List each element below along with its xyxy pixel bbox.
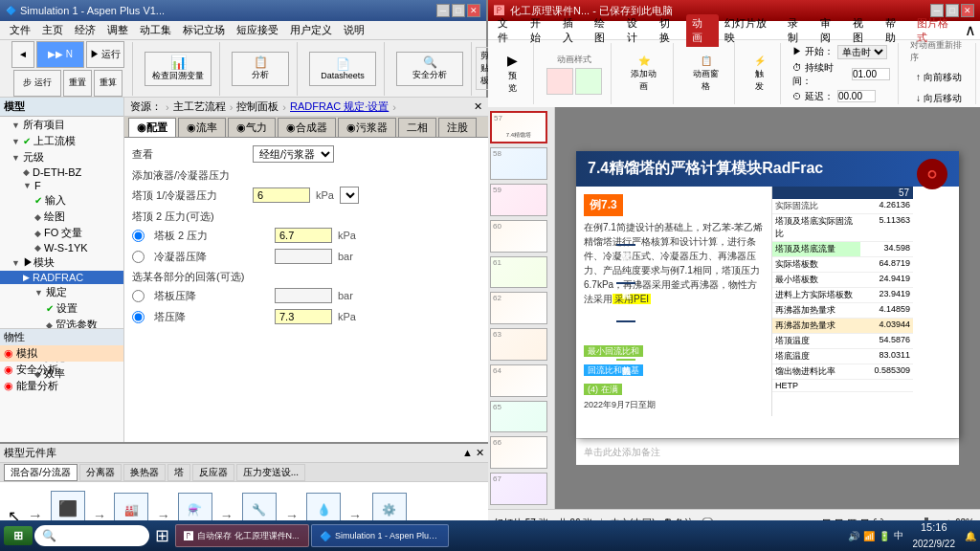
nav-phys-props[interactable]: 物性 [0, 329, 124, 345]
ppt-add-anim-btn[interactable]: ⭐ 添加动画 [623, 53, 665, 96]
ppt-menu-design[interactable]: 设计 [621, 14, 654, 47]
ppt-menu-animate[interactable]: 动画 [686, 14, 719, 47]
thumb-67[interactable]: 67 [490, 473, 547, 505]
nav-energy[interactable]: ◉ 能量分析 [0, 378, 124, 394]
tray-lang[interactable]: 中 [894, 529, 903, 542]
menu-markup[interactable]: 标记立场 [177, 21, 231, 39]
tab-force[interactable]: ◉气力 [228, 118, 276, 137]
tray-battery[interactable]: 🔋 [879, 531, 890, 541]
nav-radfrac[interactable]: ▶ RADFRAC [0, 271, 123, 284]
tab-inject[interactable]: 注股 [438, 118, 477, 137]
thumb-64[interactable]: 64 [490, 364, 547, 397]
close-button[interactable]: ✕ [467, 4, 480, 17]
cond-drop-radio[interactable] [132, 251, 145, 263]
menu-explain[interactable]: 说明 [338, 21, 370, 39]
toolbar-sheet-btn[interactable]: 📊 检查回溯变量 [145, 52, 212, 86]
menu-adjust[interactable]: 调整 [101, 21, 134, 39]
thumb-66[interactable]: 66 [490, 436, 547, 469]
nav-modules[interactable]: ▼ ▶模块 [0, 254, 123, 271]
nav-f[interactable]: ▼ F [0, 179, 123, 192]
ppt-preview-btn[interactable]: ▶ 预览 [500, 50, 525, 98]
taskbar-aspen-btn[interactable]: 🔷 Simulation 1 - Aspen Plus V1... [311, 524, 449, 547]
ppt-ribbon-collapse[interactable]: ∧ [965, 21, 976, 39]
comment-bar[interactable]: 单击此处添加备注 [576, 438, 959, 465]
ppt-menu-home[interactable]: 开始 [524, 14, 557, 47]
thumb-59[interactable]: 59 [490, 184, 547, 216]
toolbar-safety-btn[interactable]: 🔍 安全分析 [396, 52, 463, 86]
nav-all-items[interactable]: ▼ 所有项目 [0, 117, 123, 133]
tower-drop-radio[interactable] [132, 311, 145, 323]
duration-input[interactable] [852, 68, 890, 80]
nav-chart[interactable]: ◆ 绘图 [0, 209, 123, 225]
tray-drop-input[interactable] [275, 288, 332, 303]
nav-input[interactable]: ✔ 输入 [0, 192, 123, 209]
anim-style-1[interactable] [546, 68, 573, 95]
nav-specs[interactable]: ▼ 规定 [0, 284, 123, 300]
toolbar-datasheets-btn[interactable]: 📄 Datasheets [309, 52, 376, 86]
nav-safety[interactable]: ◉ 安全分析 [0, 362, 124, 378]
tray-drop-radio[interactable] [132, 290, 145, 302]
toolbar-reset-btn[interactable]: 重置 [63, 70, 92, 97]
query-select[interactable]: 经组/污浆器 [253, 145, 334, 163]
toolbar-reload-btn[interactable]: 重算 [94, 70, 122, 97]
menu-equipment[interactable]: 动工集 [134, 21, 177, 39]
tray2-radio[interactable] [132, 230, 145, 242]
thumb-62[interactable]: 62 [490, 292, 547, 324]
diagram-tab-mixer[interactable]: 混合器/分流器 [4, 464, 78, 481]
diagram-tab-sep[interactable]: 分离器 [79, 464, 122, 481]
ppt-menu-switch[interactable]: 切换 [654, 14, 686, 47]
tray-clock[interactable]: 15:16 2022/9/22 [907, 519, 962, 551]
ppt-menu-record[interactable]: 录制 [782, 14, 814, 47]
menu-economic[interactable]: 经济 [69, 21, 101, 39]
delay-input[interactable] [837, 90, 876, 102]
top-pressure-select[interactable]: ▼ [340, 187, 359, 204]
ppt-menu-insert[interactable]: 插入 [557, 14, 590, 47]
toolbar-run-btn[interactable]: ▶ 运行 [86, 41, 124, 68]
diagram-tab-pressure[interactable]: 压力变送设... [236, 464, 305, 481]
ppt-menu-slideshow[interactable]: 幻灯片放映 [719, 14, 783, 47]
nav-process[interactable]: ▼ ✔ 上工流模 [0, 133, 123, 149]
task-view-btn[interactable]: ⊞ [151, 525, 173, 546]
menu-home[interactable]: 主页 [36, 21, 69, 39]
menu-user[interactable]: 用户定义 [284, 21, 338, 39]
toolbar-step-btn[interactable]: 步 运行 [13, 70, 61, 97]
minimize-button[interactable]: ─ [436, 4, 450, 17]
ppt-menu-help[interactable]: 帮助 [880, 14, 912, 47]
start-button[interactable]: ⊞ [4, 526, 33, 545]
nav-dethbz[interactable]: ◆ D-ETH-BZ [0, 165, 123, 179]
ppt-anim-pane-btn[interactable]: 📋 动画窗格 [685, 53, 727, 96]
ppt-menu-file[interactable]: 文件 [492, 14, 524, 47]
thumb-61[interactable]: 61 [490, 256, 547, 289]
menu-file[interactable]: 文件 [4, 21, 36, 39]
taskbar-search[interactable]: 🔍 [34, 525, 149, 546]
thumb-58[interactable]: 58 [490, 147, 547, 180]
thumb-65[interactable]: 65 [490, 401, 547, 433]
toolbar-analyze-btn[interactable]: 📋 分析 [232, 52, 289, 86]
nav-ws1yk[interactable]: ◆ W-S-1YK [0, 241, 123, 254]
toolbar-prev-btn[interactable]: ◄ [11, 41, 34, 68]
menu-customize[interactable]: 短应接受 [231, 21, 284, 39]
restore-button[interactable]: □ [452, 4, 465, 17]
nav-settings[interactable]: ✔ 设置 [0, 300, 123, 317]
tab-flow[interactable]: ◉流率 [178, 118, 226, 137]
ppt-trigger-btn[interactable]: ⚡ 触发 [746, 53, 772, 96]
ppt-move-forward-btn[interactable]: ↑ 向前移动 [911, 68, 967, 87]
top-pressure-input[interactable] [253, 187, 310, 203]
ppt-move-backward-btn[interactable]: ↓ 向后移动 [911, 89, 967, 108]
tower-drop-input[interactable] [275, 309, 332, 324]
thumb-63[interactable]: 63 [490, 328, 547, 361]
close-main-btn[interactable]: ✕ [474, 100, 482, 113]
thumb-57[interactable]: 57 7.4精馏塔 [490, 111, 547, 143]
thumb-60[interactable]: 60 [490, 220, 547, 253]
tab-config[interactable]: ◉配置 [128, 118, 176, 137]
nav-fo[interactable]: ◆ FO 交量 [0, 225, 123, 241]
tray2-input[interactable] [275, 228, 332, 243]
diagram-expand-btn[interactable]: ▲ ✕ [462, 447, 484, 459]
ppt-menu-review[interactable]: 审阅 [814, 14, 847, 47]
tab-condenser[interactable]: ◉合成器 [278, 118, 336, 137]
anim-style-2[interactable] [575, 68, 602, 95]
diagram-tab-react[interactable]: 反应器 [192, 464, 234, 481]
cond-drop-input[interactable] [275, 249, 332, 264]
tray-notification[interactable]: 🔔 [965, 531, 976, 541]
tray-network[interactable]: 🔊 [848, 531, 859, 541]
